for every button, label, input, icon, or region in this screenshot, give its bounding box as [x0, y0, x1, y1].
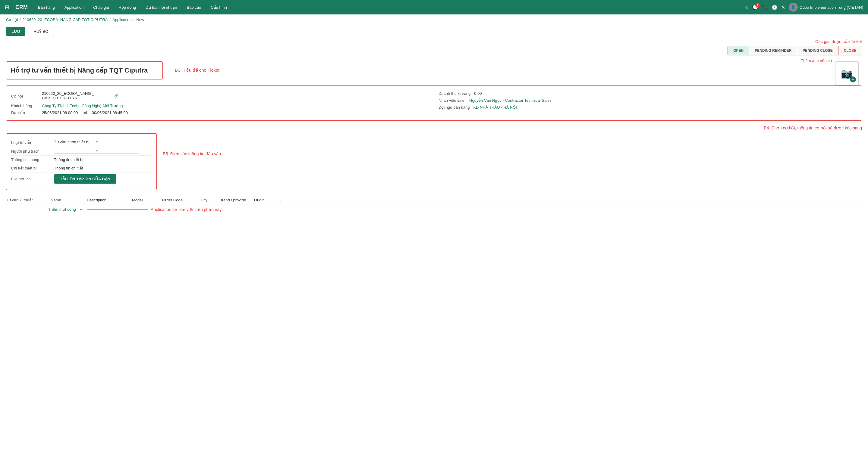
- breadcrumb-new: New: [136, 18, 144, 22]
- form-box: Loại tư vấn Tư vấn chọn thiết bị ▾ Người…: [6, 133, 157, 190]
- loai-tu-van-value: Tư vấn chọn thiết bị: [54, 140, 96, 144]
- khach-hang-row: Khách hàng Công Ty TNHH Ecoba Công Nghệ …: [11, 102, 430, 109]
- col-order-code: Order Code: [160, 198, 199, 202]
- doi-ngu-value: KD NHÀ THẦU - HÀ NỘI: [473, 105, 517, 109]
- breadcrumb-application[interactable]: Application: [113, 18, 132, 22]
- co-hoi-row: Cơ hội 210620_20_ECOBA_NANG CAP TQT CIPU…: [11, 90, 430, 102]
- nav-ban-hang[interactable]: Bán hàng: [36, 4, 57, 11]
- breadcrumb-sep-3: /: [133, 18, 135, 22]
- col-origin: Origin: [252, 198, 276, 202]
- table-section-label: Tư vấn kĩ thuật: [6, 198, 45, 202]
- stage-pending-reminder[interactable]: PENDING REMINDER: [749, 46, 797, 55]
- table-column-headers: Name Description Model Order Code Qty Br…: [48, 198, 862, 202]
- top-navigation: ⊞ CRM Bán hàng Application Chào giá Hợp …: [0, 0, 868, 14]
- table-add-row: Thêm một dòng ← Application sẽ làm việc …: [6, 204, 862, 212]
- stage-close[interactable]: CLOSE: [838, 46, 862, 55]
- chi-tiet-row: Chi tiết thiết bị Thông tin chi tiết: [11, 164, 152, 172]
- nguoi-phu-trach-row: Người phụ trách ▾: [11, 147, 152, 156]
- nguoi-phu-trach-select[interactable]: ▾: [54, 149, 138, 154]
- add-photo-icon: +: [850, 76, 856, 82]
- photo-annotation: Thêm ảnh nếu có: [801, 58, 832, 63]
- b4-annotation: B4. Chọn cơ hội, thông tin cơ hội sẽ đượ…: [6, 126, 862, 130]
- breadcrumb: Cơ hội / 210620_20_ECOBA_NANG CAP TQT CI…: [0, 14, 868, 25]
- clock-icon[interactable]: 🕐: [772, 4, 778, 10]
- nav-application[interactable]: Application: [63, 4, 86, 11]
- stage-buttons: OPEN PENDING REMINDER PENDING CLOSE CLOS…: [727, 46, 862, 56]
- stage-open[interactable]: OPEN: [728, 46, 749, 55]
- co-hoi-label: Cơ hội: [11, 94, 38, 98]
- nav-bao-cao[interactable]: Báo cáo: [185, 4, 203, 11]
- thong-tin-chung-value: Thông tin thiết bị: [54, 158, 84, 162]
- loai-tu-van-select[interactable]: Tư vấn chọn thiết bị ▾: [54, 140, 138, 145]
- title-section: [6, 61, 163, 79]
- nhan-vien-row: Nhân viên sale Nguyễn Văn Ngọc - Contrac…: [438, 97, 857, 104]
- nav-hop-dong[interactable]: Hợp đồng: [117, 4, 138, 11]
- user-name: Odoo Implemenation Tung (VIETAN): [800, 5, 863, 10]
- du-kien-row: Dự kiến 25/06/2021 08:00:00 tới 30/06/20…: [11, 109, 430, 116]
- khach-hang-value[interactable]: Công Ty TNHH Ecoba Công Nghệ Môi Trường: [42, 104, 123, 108]
- du-kien-from: 25/06/2021 08:00:00: [42, 110, 78, 115]
- main-content: B3. Tiêu đề cho Ticket Thêm ảnh nếu có 📷…: [0, 58, 868, 218]
- doanh-thu-label: Doanh thu kì vọng: [438, 91, 470, 96]
- close-icon[interactable]: ✕: [781, 4, 785, 10]
- phone-icon[interactable]: 📞: [762, 4, 768, 10]
- file-row: File nếu có TẢI LÊN TẬP TIN CỦA BẠN: [11, 172, 152, 185]
- thong-tin-chung-label: Thông tin chung: [11, 158, 50, 162]
- photo-upload-button[interactable]: 📷 +: [835, 61, 859, 86]
- breadcrumb-sep-2: /: [110, 18, 111, 22]
- doi-ngu-row: Đội ngũ bán hàng KD NHÀ THẦU - HÀ NỘI: [438, 104, 857, 111]
- thong-tin-chung-row: Thông tin chung Thông tin thiết bị: [11, 156, 152, 164]
- stage-pending-close[interactable]: PENDING CLOSE: [797, 46, 838, 55]
- title-annotation: B3. Tiêu đề cho Ticket: [175, 67, 219, 72]
- add-row-link[interactable]: Thêm một dòng: [48, 207, 76, 212]
- doanh-thu-value: 0,00: [474, 91, 482, 96]
- col-brand: Brand / provide...: [217, 198, 252, 202]
- info-box: Cơ hội 210620_20_ECOBA_NANG CAP TQT CIPU…: [6, 86, 862, 121]
- nav-chao-gia[interactable]: Chào giá: [91, 4, 111, 11]
- du-kien-to: 30/06/2021 08:45:00: [92, 110, 128, 115]
- save-button[interactable]: LƯU: [6, 27, 25, 36]
- breadcrumb-ecoba[interactable]: 210620_20_ECOBA_NANG CAP TQT CIPUTRA: [23, 18, 108, 22]
- doanh-thu-row: Doanh thu kì vọng 0,00: [438, 90, 857, 97]
- action-bar: LƯU HUỶ BỎ: [0, 25, 868, 39]
- du-kien-label: Dự kiến: [11, 110, 38, 115]
- loai-tu-van-label: Loại tư vấn: [11, 140, 50, 145]
- table-section: Tư vấn kĩ thuật Name Description Model O…: [6, 198, 862, 212]
- dropdown-arrow: ▾: [92, 94, 113, 98]
- table-annotation: Application sẽ làm việc trên phần này: [151, 207, 222, 212]
- co-hoi-select[interactable]: 210620_20_ECOBA_NANG CAP TQT CIPUTRA ▾ 🔗: [42, 91, 135, 101]
- col-model: Model: [130, 198, 160, 202]
- col-qty: Qty: [199, 198, 217, 202]
- ticket-title-input[interactable]: [6, 61, 163, 79]
- breadcrumb-sep-1: /: [20, 18, 21, 22]
- notification-badge: 1: [755, 3, 760, 7]
- upload-button[interactable]: TẢI LÊN TẬP TIN CỦA BẠN: [54, 174, 116, 183]
- khach-hang-label: Khách hàng: [11, 104, 38, 108]
- external-link-icon[interactable]: 🔗: [114, 94, 135, 98]
- user-info[interactable]: 👤 Odoo Implemenation Tung (VIETAN): [789, 3, 863, 12]
- file-label: File nếu có: [11, 177, 50, 181]
- stages-annotation: Các giai đoạn của Ticket: [6, 39, 862, 44]
- col-description: Description: [84, 198, 130, 202]
- breadcrumb-co-hoi[interactable]: Cơ hội: [6, 18, 18, 22]
- star-icon[interactable]: ☆: [744, 4, 749, 10]
- avatar: 👤: [789, 3, 798, 12]
- grid-icon[interactable]: ⊞: [5, 4, 9, 10]
- nguoi-dropdown-arrow: ▾: [96, 149, 138, 152]
- nhan-vien-label: Nhân viên sale: [438, 98, 466, 103]
- co-hoi-value: 210620_20_ECOBA_NANG CAP TQT CIPUTRA: [42, 91, 91, 100]
- chi-tiet-label: Chi tiết thiết bị: [11, 166, 50, 170]
- arrow-line: [87, 209, 148, 209]
- chi-tiet-value: Thông tin chi tiết: [54, 166, 83, 170]
- col-name: Name: [48, 198, 84, 202]
- nav-icons: ☆ 💬 1 📞 🕐 ✕ 👤 Odoo Implemenation Tung (V…: [744, 3, 863, 12]
- cancel-button[interactable]: HUỶ BỎ: [28, 27, 54, 36]
- chat-icon[interactable]: 💬 1: [752, 4, 758, 10]
- b5-annotation: B5. Điền các thông tin đầu vào: [163, 151, 221, 156]
- brand-logo: CRM: [16, 4, 28, 10]
- loai-dropdown-arrow: ▾: [96, 140, 138, 144]
- nav-cau-hinh[interactable]: Cấu hình: [209, 4, 229, 11]
- col-more: ⋮: [276, 198, 284, 202]
- nav-du-toan[interactable]: Dự toán lợi nhuận: [144, 4, 179, 11]
- nguoi-phu-trach-label: Người phụ trách: [11, 149, 50, 154]
